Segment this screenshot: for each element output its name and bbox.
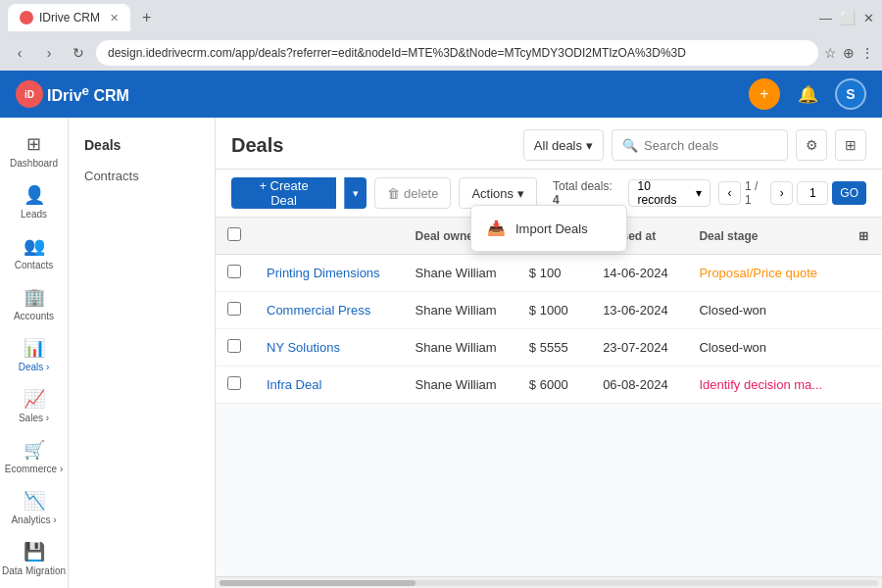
scrollbar-track[interactable] [220,580,878,586]
ecommerce-icon: 🛒 [24,439,45,461]
actions-label: Actions [471,186,514,201]
bookmark-icon[interactable]: ☆ [824,45,837,61]
row-deal-name[interactable]: NY Solutions [255,329,404,367]
row-deal-owner: Shane William [404,367,517,404]
sidebar-item-analytics[interactable]: 📉 Analytics › [0,482,68,533]
row-actions [847,329,882,367]
app-body: ⊞ Dashboard 👤 Leads 👥 Contacts 🏢 Account… [0,118,882,588]
row-checkbox[interactable] [216,292,255,329]
browser-tab[interactable]: IDrive CRM ✕ [8,4,130,31]
filter-label: All deals [534,138,582,153]
filter-dropdown[interactable]: All deals ▾ [523,129,604,161]
sidebar-item-leads[interactable]: 👤 Leads [0,176,68,227]
addr-icons: ☆ ⊕ ⋮ [824,45,874,61]
reload-btn[interactable]: ↻ [67,41,90,65]
select-all-checkbox[interactable] [227,227,241,241]
main-header: Deals All deals ▾ 🔍 ⚙ ⊞ [216,118,882,170]
row-closed-at: 23-07-2024 [591,329,687,367]
accounts-icon: 🏢 [24,286,45,308]
row-deal-owner: Shane William [404,329,517,367]
sidebar-label-accounts: Accounts [14,311,54,321]
row-deal-name[interactable]: Commercial Press [255,292,404,329]
row-actions [847,292,882,329]
row-closed-at: 06-08-2024 [591,367,687,404]
table-row: Printing Dimensions Shane William $ 100 … [216,255,882,292]
sidebar-label-leads: Leads [21,209,47,220]
filter-chevron-icon: ▾ [586,138,593,153]
profile-icon[interactable]: ⊕ [843,45,855,61]
row-deal-name[interactable]: Printing Dimensions [255,255,404,292]
horizontal-scrollbar[interactable] [216,576,882,588]
page-title: Deals [231,134,515,157]
row-deal-stage: Identify decision ma... [687,367,847,404]
col-deal-stage: Deal stage [687,218,847,255]
leads-icon: 👤 [24,184,45,206]
sidebar-label-dashboard: Dashboard [10,158,58,169]
minimize-btn[interactable]: — [819,11,832,25]
notifications-button[interactable]: 🔔 [792,78,823,110]
create-deal-button[interactable]: + Create Deal [231,177,336,209]
go-button[interactable]: GO [832,181,866,205]
delete-button[interactable]: 🗑 delete [374,177,451,209]
row-deal-name[interactable]: Infra Deal [255,367,404,404]
table-body: Printing Dimensions Shane William $ 100 … [216,255,882,404]
logo-text: IDrive CRM [47,83,129,105]
sidebar-label-contacts: Contacts [15,260,53,270]
sidebar-item-sales[interactable]: 📈 Sales › [0,380,68,431]
address-input[interactable] [96,40,818,66]
col-settings[interactable]: ⊞ [847,218,882,255]
total-info: Total deals: 4 [553,179,620,207]
sidebar-item-settings[interactable]: ⚙ Settings › [0,584,68,588]
create-deal-arrow-button[interactable]: ▾ [344,177,367,209]
search-input[interactable] [644,138,761,153]
menu-icon[interactable]: ⋮ [860,45,874,61]
sidebar-item-accounts[interactable]: 🏢 Accounts [0,278,68,329]
row-amount: $ 5555 [517,329,591,367]
row-checkbox[interactable] [216,329,255,367]
row-deal-stage: Closed-won [687,292,847,329]
records-dropdown[interactable]: 10 records ▾ [628,179,710,207]
logo-icon: iD [16,80,43,108]
maximize-btn[interactable]: ⬜ [840,11,856,25]
row-checkbox[interactable] [216,367,255,404]
import-deals-item[interactable]: 📥 Import Deals [471,210,626,247]
next-page-btn[interactable]: › [770,181,793,205]
logo: iD IDrive CRM [16,80,129,108]
close-btn[interactable]: ✕ [863,11,874,25]
new-tab-btn[interactable]: + [136,7,157,28]
address-bar-row: ‹ › ↻ ☆ ⊕ ⋮ [0,35,882,71]
user-avatar[interactable]: S [835,78,866,110]
scrollbar-thumb[interactable] [220,580,416,586]
tab-close-btn[interactable]: ✕ [110,12,119,24]
add-button[interactable]: + [749,78,780,110]
search-box[interactable]: 🔍 [612,129,788,161]
sidebar-item-dashboard[interactable]: ⊞ Dashboard [0,125,68,176]
sidebar-item-data-migration[interactable]: 💾 Data Migration [0,533,68,584]
app: iD IDrive CRM + 🔔 S ⊞ Dashboard 👤 Leads … [0,71,882,588]
grid-view-btn[interactable]: ⊞ [835,129,866,161]
row-checkbox[interactable] [216,255,255,292]
browser-chrome: IDrive CRM ✕ + — ⬜ ✕ [0,0,882,35]
window-controls: — ⬜ ✕ [819,11,874,25]
prev-page-btn[interactable]: ‹ [718,181,741,205]
sub-nav-item-contracts[interactable]: Contracts [69,161,215,191]
row-closed-at: 13-06-2024 [591,292,687,329]
sidebar-item-contacts[interactable]: 👥 Contacts [0,227,68,278]
sidebar: ⊞ Dashboard 👤 Leads 👥 Contacts 🏢 Account… [0,118,69,588]
sidebar-label-ecommerce: Ecommerce › [5,464,63,474]
row-closed-at: 14-06-2024 [591,255,687,292]
sub-nav-title[interactable]: Deals [69,129,215,161]
page-input[interactable] [797,181,828,205]
main-content: Deals All deals ▾ 🔍 ⚙ ⊞ + Create Deal ▾ … [216,118,882,588]
sub-nav: Deals Contracts [69,118,216,588]
back-btn[interactable]: ‹ [8,41,31,65]
sidebar-item-deals[interactable]: 📊 Deals › [0,329,68,380]
table-row: Infra Deal Shane William $ 6000 06-08-20… [216,367,882,404]
pagination: ‹ 1 / 1 › GO [718,179,866,207]
sidebar-item-ecommerce[interactable]: 🛒 Ecommerce › [0,431,68,482]
page-info: 1 / 1 [745,179,766,207]
forward-btn[interactable]: › [37,41,61,65]
col-checkbox [216,218,255,255]
import-icon: 📥 [487,220,506,237]
filter-icon-btn[interactable]: ⚙ [796,129,827,161]
